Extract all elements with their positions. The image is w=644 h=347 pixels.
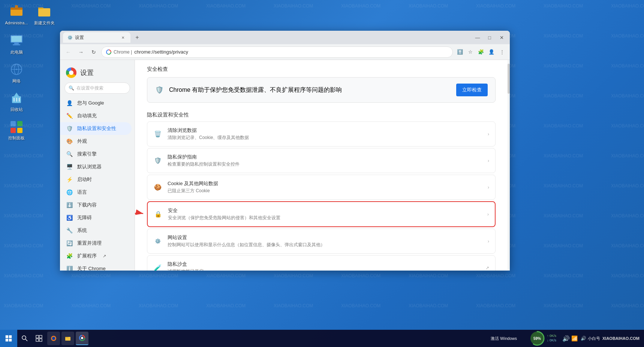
nav-back-btn[interactable]: ← (63, 47, 73, 57)
privacy-item-privacy-guide[interactable]: 🛡️ 隐私保护指南 检查重要的隐私控制设置和安全控件 › (147, 148, 496, 173)
safety-check-title: 安全检查 (147, 66, 496, 73)
svg-rect-34 (36, 339, 39, 341)
speaker-small-icon: 🔊 (581, 336, 586, 341)
svg-rect-28 (6, 339, 8, 341)
privacy-item-security[interactable]: 🔒 安全 安全浏览（保护您免受危险网站的侵害）和其他安全设置 › (147, 201, 496, 227)
tab-label: 设置 (75, 34, 84, 41)
url-prefix: Chrome | (114, 49, 132, 55)
sidebar-item-language[interactable]: 🌐 语言 (60, 186, 132, 199)
taskbar-taskview-btn[interactable] (32, 332, 46, 345)
sidebar-item-system[interactable]: 🔧 系统 (60, 224, 132, 237)
security-arrow: › (487, 212, 489, 217)
svg-rect-27 (9, 335, 12, 338)
svg-rect-35 (39, 339, 42, 341)
sidebar-item-appearance[interactable]: 🎨 外观 (60, 135, 132, 148)
nav-refresh-btn[interactable]: ↻ (88, 47, 99, 57)
site-settings-text: 网站设置 控制网站可以使用和显示什么信息（如位置信息、摄像头、弹出式窗口及其他） (168, 234, 482, 248)
clear-browsing-arrow: › (488, 132, 489, 137)
sidebar-item-accessibility[interactable]: ♿ 无障碍 (60, 211, 132, 224)
sidebar-item-privacy[interactable]: 🛡️ 隐私设置和安全性 (60, 122, 132, 135)
sidebar-item-search-engine[interactable]: 🔍 搜索引擎 (60, 148, 132, 160)
menu-icon[interactable]: ⋮ (497, 47, 507, 57)
settings-search[interactable]: 🔍 在设置中搜索 (64, 82, 130, 94)
sidebar-item-extensions[interactable]: 🧩 扩展程序 ↗ (60, 250, 132, 262)
share-icon[interactable]: ⬆️ (455, 47, 465, 57)
network-tray-icon[interactable]: 📶 (571, 335, 578, 341)
speaker-icon[interactable]: 🔊 (562, 335, 570, 342)
tab-favicon-icon: ⚙️ (67, 35, 73, 40)
desktop-icons: Administra... 新建文件夹 (4, 4, 57, 141)
sidebar-item-default-browser[interactable]: 🖥️ 默认浏览器 (60, 160, 132, 173)
svg-rect-7 (11, 36, 22, 42)
window-minimize-btn[interactable]: — (472, 32, 483, 43)
desktop-icon-administrator[interactable]: Administra... 新建文件夹 (4, 4, 57, 25)
recycle-icon (9, 90, 24, 105)
desktop-icon-newfolder[interactable]: 新建文件夹 (31, 4, 57, 25)
desktop-icon-controlpanel[interactable]: 控制面板 (4, 119, 29, 141)
svg-point-30 (22, 336, 26, 340)
sidebar-item-downloads[interactable]: ⬇️ 下载内容 (60, 199, 132, 211)
sidebar-item-reset[interactable]: 🔄 重置并清理 (60, 237, 132, 250)
safety-shield-icon: 🛡️ (155, 85, 164, 94)
network-label: 网络 (12, 78, 21, 84)
sidebar-item-on-startup[interactable]: ⚡ 启动时 (60, 173, 132, 186)
browser-window: ⚙️ 设置 ✕ + — □ ✕ ← → ↻ (60, 31, 510, 271)
browser-tab[interactable]: ⚙️ 设置 ✕ (63, 32, 130, 43)
sidebar-item-search-engine-label: 搜索引擎 (77, 151, 97, 157)
window-maximize-btn[interactable]: □ (484, 32, 495, 43)
url-text: chrome://settings/privacy (134, 49, 188, 55)
privacy-guide-icon: 🛡️ (153, 156, 162, 165)
sidebar-item-about[interactable]: ℹ️ 关于 Chrome (60, 262, 132, 271)
privacy-item-site-settings[interactable]: ⚙️ 网站设置 控制网站可以使用和显示什么信息（如位置信息、摄像头、弹出式窗口及… (147, 229, 496, 254)
sidebar-item-you-and-google[interactable]: 👤 您与 Google (60, 97, 132, 109)
recycle-label: 回收站 (10, 107, 23, 112)
sidebar-item-appearance-label: 外观 (77, 138, 87, 145)
title-bar: ⚙️ 设置 ✕ + — □ ✕ (60, 31, 510, 44)
address-bar: ← → ↻ Chrome | chrome://settings/privacy (60, 44, 510, 60)
svg-rect-18 (19, 98, 20, 102)
chrome-logo (66, 67, 76, 78)
svg-rect-8 (14, 43, 19, 44)
privacy-item-clear-browsing[interactable]: 🗑️ 清除浏览数据 清除浏览记录、Cookie、缓存及其他数据 › (147, 121, 496, 147)
search-engine-icon: 🔍 (66, 151, 73, 157)
desktop-icon-admin[interactable]: Administra... (4, 4, 29, 25)
sandbox-icon: 🧪 (153, 263, 162, 271)
tab-close-btn[interactable]: ✕ (120, 34, 126, 40)
cookies-text: Cookie 及其他网站数据 已阻止第三方 Cookie (168, 180, 482, 194)
settings-main-content: 安全检查 🛡️ Chrome 有助于保护您免受数据泄露、不良扩展程序等问题的影响… (135, 60, 508, 271)
clear-browsing-text: 清除浏览数据 清除浏览记录、Cookie、缓存及其他数据 (168, 127, 482, 141)
nav-forward-btn[interactable]: → (76, 47, 86, 57)
extension-icon[interactable]: 🧩 (476, 47, 486, 57)
taskbar-chrome-btn[interactable] (76, 332, 88, 345)
settings-scrollbar[interactable] (508, 60, 510, 271)
taskbar-search-btn[interactable] (18, 332, 31, 345)
sidebar-item-autofill-label: 自动填充 (77, 112, 97, 119)
privacy-item-cookies[interactable]: 🍪 Cookie 及其他网站数据 已阻止第三方 Cookie › (147, 175, 496, 200)
reset-icon: 🔄 (66, 240, 73, 247)
settings-header: 设置 (60, 63, 135, 82)
desktop-icon-network[interactable]: 网络 (4, 62, 29, 84)
svg-rect-32 (36, 335, 39, 338)
taskbar-explorer-btn[interactable] (61, 332, 74, 345)
desktop-icon-thispc[interactable]: 此电脑 (4, 33, 29, 55)
address-right-icons: ⬆️ ☆ 🧩 👤 ⋮ (455, 47, 507, 57)
safety-check-button[interactable]: 立即检查 (456, 84, 488, 96)
start-button[interactable] (0, 330, 17, 347)
privacy-item-sandbox[interactable]: 🧪 隐私沙盒 试用版功能已开启 ↗ (147, 255, 496, 271)
sandbox-external-icon: ↗ (485, 265, 489, 271)
svg-rect-4 (15, 5, 18, 8)
sidebar-item-autofill[interactable]: ✏️ 自动填充 (60, 109, 132, 122)
taskbar-firefox-btn[interactable] (47, 332, 60, 345)
url-bar[interactable]: Chrome | chrome://settings/privacy (101, 46, 453, 58)
svg-point-13 (16, 69, 17, 70)
controlpanel-label: 控制面板 (8, 135, 25, 141)
network-monitor: 59% ↑ 0K/s ↓ 0K/s (526, 330, 559, 347)
scrollbar-thumb[interactable] (508, 64, 510, 94)
privacy-guide-arrow: › (488, 158, 489, 163)
new-tab-button[interactable]: + (132, 32, 142, 43)
desktop-icon-recycle[interactable]: 回收站 (4, 90, 29, 112)
cookies-icon: 🍪 (153, 183, 162, 192)
bookmark-icon[interactable]: ☆ (466, 47, 475, 57)
window-close-btn[interactable]: ✕ (496, 32, 507, 43)
profile-icon[interactable]: 👤 (487, 47, 496, 57)
